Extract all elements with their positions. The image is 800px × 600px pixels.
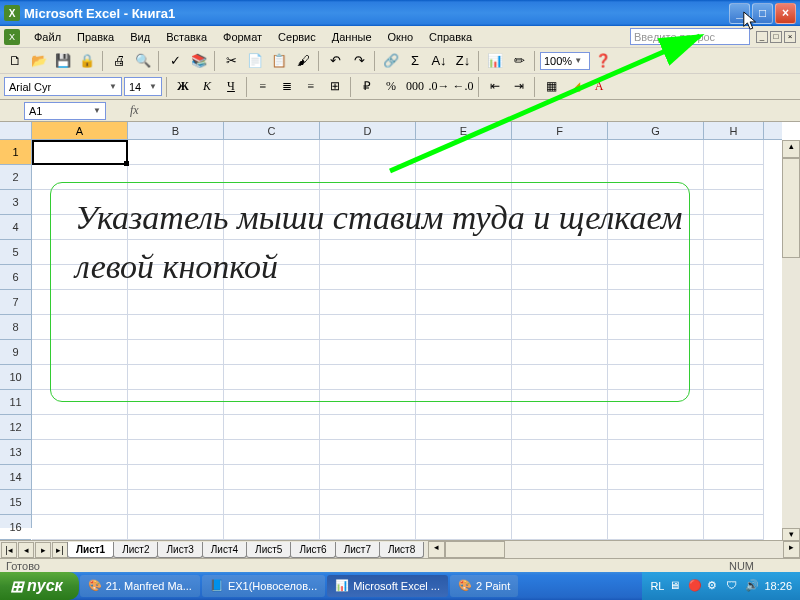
row-header-5[interactable]: 5 [0,240,31,265]
col-header-c[interactable]: C [224,122,320,139]
scroll-left-button[interactable]: ◂ [428,541,445,558]
row-header-13[interactable]: 13 [0,440,31,465]
row-header-7[interactable]: 7 [0,290,31,315]
cell[interactable] [224,440,320,465]
sheet-tab-8[interactable]: Лист8 [379,542,424,558]
cell[interactable] [608,490,704,515]
row-header-6[interactable]: 6 [0,265,31,290]
sheet-tab-1[interactable]: Лист1 [67,542,114,558]
permission-button[interactable]: 🔒 [76,50,98,72]
row-header-11[interactable]: 11 [0,390,31,415]
row-header-15[interactable]: 15 [0,490,31,515]
menu-file[interactable]: Файл [26,29,69,45]
cell[interactable] [128,415,224,440]
cell[interactable] [608,515,704,540]
comma-button[interactable]: 000 [404,76,426,98]
open-button[interactable]: 📂 [28,50,50,72]
copy-button[interactable]: 📄 [244,50,266,72]
cell[interactable] [128,465,224,490]
horizontal-scrollbar[interactable]: ◂ ▸ [428,541,800,558]
align-center-button[interactable]: ≣ [276,76,298,98]
taskbar-item-1[interactable]: 🎨21. Manfred Ma... [80,575,200,597]
cell[interactable] [608,415,704,440]
row-header-12[interactable]: 12 [0,415,31,440]
cell[interactable] [128,490,224,515]
zoom-combobox[interactable]: 100%▼ [540,52,590,70]
tray-icon-5[interactable]: 🔊 [745,579,759,593]
formula-bar[interactable] [143,102,796,120]
col-header-a[interactable]: A [32,122,128,139]
cell[interactable] [704,465,764,490]
cell[interactable] [512,465,608,490]
name-box[interactable]: A1▼ [24,102,106,120]
cell[interactable] [704,340,764,365]
cell[interactable] [416,465,512,490]
cell[interactable] [320,415,416,440]
menu-data[interactable]: Данные [324,29,380,45]
vscroll-thumb[interactable] [782,158,800,258]
cell[interactable] [320,465,416,490]
percent-button[interactable]: % [380,76,402,98]
col-header-g[interactable]: G [608,122,704,139]
fx-label[interactable]: fx [130,103,139,118]
cell[interactable] [32,415,128,440]
cell[interactable] [416,140,512,165]
row-header-1[interactable]: 1 [0,140,31,165]
col-header-e[interactable]: E [416,122,512,139]
tray-icon-3[interactable]: ⚙ [707,579,721,593]
mdi-restore-button[interactable]: □ [770,31,782,43]
increase-decimal-button[interactable]: .0→ [428,76,450,98]
tray-icon-2[interactable]: 🔴 [688,579,702,593]
select-all-corner[interactable] [0,122,32,140]
col-header-f[interactable]: F [512,122,608,139]
cell[interactable] [512,140,608,165]
font-name-combobox[interactable]: Arial Cyr▼ [4,77,122,96]
cell[interactable] [704,490,764,515]
sheet-tab-2[interactable]: Лист2 [113,542,158,558]
sort-asc-button[interactable]: A↓ [428,50,450,72]
cut-button[interactable]: ✂ [220,50,242,72]
vertical-scrollbar[interactable]: ▴ ▾ [782,140,800,546]
row-header-4[interactable]: 4 [0,215,31,240]
cell[interactable] [704,165,764,190]
cell[interactable] [704,215,764,240]
menu-format[interactable]: Формат [215,29,270,45]
mdi-close-button[interactable]: × [784,31,796,43]
row-header-3[interactable]: 3 [0,190,31,215]
cell[interactable] [32,515,128,540]
scroll-right-button[interactable]: ▸ [783,541,800,558]
cell[interactable] [704,365,764,390]
col-header-d[interactable]: D [320,122,416,139]
cell[interactable] [416,440,512,465]
help-button[interactable]: ❓ [592,50,614,72]
cell[interactable] [704,290,764,315]
cell[interactable] [416,490,512,515]
cell[interactable] [704,515,764,540]
row-header-9[interactable]: 9 [0,340,31,365]
sort-desc-button[interactable]: Z↓ [452,50,474,72]
col-header-h[interactable]: H [704,122,764,139]
font-size-combobox[interactable]: 14▼ [124,77,162,96]
cell[interactable] [416,515,512,540]
merge-center-button[interactable]: ⊞ [324,76,346,98]
cell[interactable] [512,415,608,440]
cell[interactable] [704,140,764,165]
hscroll-thumb[interactable] [445,541,505,558]
cell[interactable] [32,465,128,490]
cell[interactable] [224,515,320,540]
workbook-icon[interactable]: X [4,29,20,45]
tab-prev-button[interactable]: ◂ [18,542,34,558]
align-left-button[interactable]: ≡ [252,76,274,98]
cell[interactable] [32,440,128,465]
cell[interactable] [704,190,764,215]
sheet-tab-7[interactable]: Лист7 [335,542,380,558]
cell[interactable] [224,465,320,490]
cell[interactable] [128,440,224,465]
cell[interactable] [704,440,764,465]
redo-button[interactable]: ↷ [348,50,370,72]
menu-tools[interactable]: Сервис [270,29,324,45]
autosum-button[interactable]: Σ [404,50,426,72]
cell[interactable] [608,465,704,490]
increase-indent-button[interactable]: ⇥ [508,76,530,98]
tray-icon-4[interactable]: 🛡 [726,579,740,593]
